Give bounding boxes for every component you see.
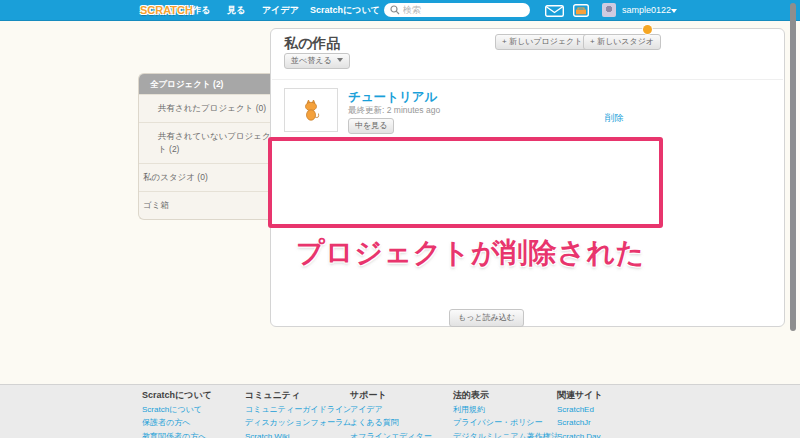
- footer-heading: コミュニティ: [245, 389, 351, 401]
- my-stuff-sidebar: 全プロジェクト (2) 共有されたプロジェクト (0) 共有されていないプロジェ…: [138, 73, 271, 220]
- footer: Scratchについて Scratchについて 保護者の方へ 教育関係者の方へ …: [0, 384, 800, 438]
- search-icon: [390, 5, 400, 15]
- project-title-link[interactable]: チュートリアル: [348, 89, 437, 106]
- footer-link[interactable]: ディスカッションフォーラム: [245, 416, 351, 429]
- search-box: [384, 3, 530, 17]
- footer-col-legal: 法的表示 利用規約 プライバシー・ポリシー デジタルミレニアム著作権法: [453, 389, 559, 438]
- new-studio-button[interactable]: + 新しいスタジオ: [583, 34, 661, 50]
- footer-link[interactable]: ScratchEd: [557, 403, 603, 416]
- divider: [272, 79, 783, 80]
- footer-col-about: Scratchについて Scratchについて 保護者の方へ 教育関係者の方へ: [142, 389, 212, 438]
- new-project-button[interactable]: + 新しいプロジェクト: [495, 34, 589, 50]
- footer-link[interactable]: プライバシー・ポリシー: [453, 416, 559, 429]
- sidebar-item-all-projects[interactable]: 全プロジェクト (2): [139, 74, 271, 94]
- messages-envelope-icon[interactable]: [545, 5, 564, 17]
- top-nav: SCRATCH 作る 見る アイデア Scratchについて sample012…: [0, 0, 800, 21]
- footer-link[interactable]: よくある質問: [350, 416, 432, 429]
- footer-heading: Scratchについて: [142, 389, 212, 401]
- footer-link[interactable]: コミュニティーガイドライン: [245, 403, 351, 416]
- nav-explore[interactable]: 見る: [227, 0, 245, 21]
- nav-create[interactable]: 作る: [192, 0, 210, 21]
- sort-by-label: 並べ替える: [291, 56, 332, 65]
- my-stuff-panel: 私の作品 + 新しいプロジェクト + 新しいスタジオ 並べ替える チュートリアル…: [270, 28, 785, 327]
- caret-down-icon: [337, 58, 343, 62]
- nav-ideas[interactable]: アイデア: [262, 0, 299, 21]
- footer-link[interactable]: デジタルミレニアム著作権法: [453, 430, 559, 438]
- load-more-button[interactable]: もっと読み込む: [449, 309, 524, 327]
- page-title: 私の作品: [284, 35, 340, 53]
- sidebar-item-shared-projects[interactable]: 共有されたプロジェクト (0): [139, 94, 271, 122]
- footer-link[interactable]: 利用規約: [453, 403, 559, 416]
- footer-link[interactable]: アイデア: [350, 403, 432, 416]
- sidebar-item-unshared-projects[interactable]: 共有されていないプロジェクト (2): [139, 122, 271, 163]
- nav-about[interactable]: Scratchについて: [310, 0, 380, 21]
- caret-down-icon[interactable]: [671, 9, 677, 13]
- sidebar-item-trash[interactable]: ゴミ箱: [139, 191, 271, 219]
- footer-col-support: サポート アイデア よくある質問 オフラインエディター: [350, 389, 432, 438]
- footer-link[interactable]: ScratchJr: [557, 416, 603, 429]
- footer-col-related: 関連サイト ScratchEd ScratchJr Scratch Day: [557, 389, 603, 438]
- see-inside-button[interactable]: 中を見る: [348, 118, 394, 134]
- avatar[interactable]: [602, 3, 616, 17]
- footer-link[interactable]: Scratch Wiki: [245, 430, 351, 438]
- footer-link[interactable]: 保護者の方へ: [142, 416, 212, 429]
- notification-badge: [643, 25, 652, 34]
- project-last-modified: 最終更新: 2 minutes ago: [348, 105, 440, 117]
- scratch-cat-icon: [302, 99, 320, 122]
- my-stuff-folder-icon[interactable]: [573, 4, 589, 17]
- account-menu[interactable]: sample0122: [622, 0, 671, 21]
- sort-by-button[interactable]: 並べ替える: [284, 53, 350, 69]
- annotation-text: プロジェクトが削除された: [296, 234, 645, 272]
- search-input[interactable]: [403, 5, 523, 15]
- footer-link[interactable]: Scratchについて: [142, 403, 212, 416]
- footer-link[interactable]: オフラインエディター: [350, 430, 432, 438]
- delete-link[interactable]: 削除: [605, 112, 624, 125]
- footer-heading: 関連サイト: [557, 389, 603, 401]
- footer-heading: サポート: [350, 389, 432, 401]
- footer-col-community: コミュニティ コミュニティーガイドライン ディスカッションフォーラム Scrat…: [245, 389, 351, 438]
- footer-link[interactable]: 教育関係者の方へ: [142, 430, 212, 438]
- scratch-logo[interactable]: SCRATCH: [140, 0, 193, 21]
- sidebar-item-my-studios[interactable]: 私のスタジオ (0): [139, 163, 271, 191]
- project-thumbnail[interactable]: [284, 88, 338, 132]
- footer-link[interactable]: Scratch Day: [557, 430, 603, 438]
- scrollbar-thumb[interactable]: [790, 3, 796, 331]
- footer-heading: 法的表示: [453, 389, 559, 401]
